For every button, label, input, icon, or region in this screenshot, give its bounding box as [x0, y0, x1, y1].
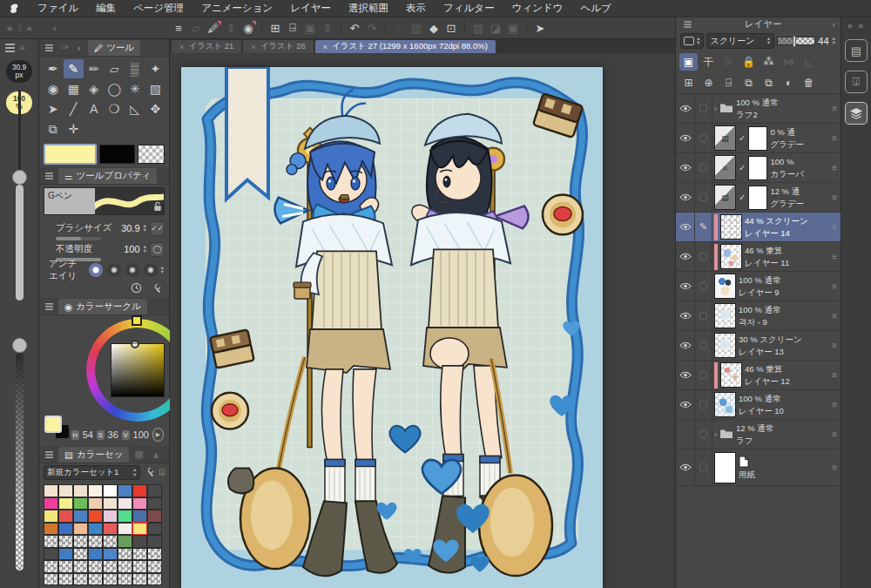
undo-icon[interactable]: ↶ — [346, 20, 363, 37]
brush-size-slider-track[interactable] — [18, 90, 21, 175]
color-swatch[interactable] — [118, 535, 132, 548]
panel-menu-icon[interactable] — [684, 24, 691, 25]
collapse-right-icon[interactable]: « — [858, 21, 865, 30]
color-swatch[interactable] — [58, 535, 73, 548]
main-color-swatch[interactable] — [44, 144, 97, 165]
move-tool[interactable]: ✥ — [145, 99, 166, 118]
eyedropper-tool[interactable]: ⧉ — [43, 119, 64, 139]
layer-mask-icon[interactable]: ◐ — [780, 74, 798, 91]
adjustment-layer-thumbnail[interactable]: ▤ — [714, 125, 736, 151]
draft-layer-icon[interactable]: ⋈ — [780, 53, 798, 71]
panel-menu-icon[interactable] — [45, 454, 53, 456]
lock-layer-icon[interactable]: 🔒 — [739, 53, 758, 71]
redo-icon[interactable]: ↷ — [363, 20, 381, 37]
layer-row-color-balance[interactable]: ≡ ✓ 100 %カラーバ ≡ — [676, 153, 841, 183]
color-swatch[interactable] — [73, 523, 88, 536]
approx-color-tab-icon[interactable]: ▲ — [149, 449, 164, 460]
stepper-icon[interactable]: ▲▼ — [832, 37, 836, 46]
fill-icon[interactable]: ▥ — [408, 20, 425, 37]
save-stepper-icon[interactable]: ⇕ — [319, 20, 336, 37]
open-file-icon[interactable]: ⍈ — [284, 20, 301, 37]
hue-selector[interactable] — [132, 315, 142, 326]
menu-file[interactable]: ファイル — [30, 0, 86, 17]
color-swatch[interactable] — [132, 523, 147, 536]
layer-checkbox[interactable] — [695, 390, 712, 419]
slider-tab-icon[interactable]: ⌗ — [20, 43, 25, 53]
layer-thumbnail[interactable] — [720, 362, 742, 388]
clear-icon[interactable]: ◌ — [390, 20, 408, 37]
transparent-color-swatch[interactable] — [138, 145, 165, 164]
menu-selection[interactable]: 選択範囲 — [341, 0, 396, 17]
main-menu-icon[interactable]: ≡ — [170, 20, 187, 37]
color-swatch[interactable] — [147, 510, 162, 523]
opacity-source-button[interactable]: ◯ — [150, 242, 165, 257]
row-menu-icon[interactable]: ≡ — [832, 311, 839, 321]
layer-opacity-value[interactable]: 44 — [818, 36, 828, 46]
color-swatch[interactable] — [44, 523, 58, 536]
color-swatch[interactable] — [58, 484, 73, 497]
strip-menu-icon[interactable] — [5, 47, 15, 49]
brush-size-value[interactable]: 30.9 — [121, 223, 139, 233]
close-icon[interactable]: × — [323, 43, 327, 51]
color-swatch[interactable] — [103, 497, 118, 510]
layer-checkbox[interactable] — [695, 420, 712, 449]
color-swatch[interactable] — [58, 510, 73, 523]
menu-help[interactable]: ヘルプ — [573, 0, 619, 17]
close-icon[interactable]: × — [179, 43, 184, 51]
color-swatch[interactable] — [58, 573, 73, 586]
color-set-dropdown[interactable]: 新規カラーセット1 ▲▼ — [44, 465, 140, 480]
pen-tool[interactable]: ✒ — [43, 59, 64, 78]
balloon-tool[interactable]: ❍ — [105, 99, 125, 118]
color-swatch[interactable] — [132, 560, 147, 573]
row-menu-icon[interactable]: ≡ — [832, 163, 839, 172]
layer-row-paper[interactable]: 用紙 ≡ — [676, 449, 841, 486]
thumbnail-toggle-icon[interactable]: ▣ — [679, 53, 698, 71]
new-file-icon[interactable]: ⊞ — [267, 20, 284, 37]
selection-tool[interactable]: ◯ — [105, 79, 125, 98]
antialias-none-button[interactable] — [89, 263, 103, 277]
new-raster-layer-icon[interactable]: ⊞ — [679, 74, 698, 91]
merge-down-icon[interactable]: ⧉ — [760, 74, 778, 91]
layer-row-gradient-1[interactable]: ▤ ✓ 0 % 通グラデー ≡ — [676, 124, 841, 153]
layer-thumbnail[interactable] — [720, 244, 742, 269]
visibility-eye-icon[interactable] — [676, 94, 695, 123]
color-swatch[interactable] — [132, 573, 147, 586]
color-swatch[interactable] — [147, 573, 162, 586]
brush-size-slider-knob[interactable] — [12, 170, 27, 185]
color-swatch[interactable] — [73, 535, 88, 548]
layer-checkbox[interactable] — [695, 361, 712, 389]
pencil-tool[interactable]: ✎ — [64, 59, 84, 78]
color-swatch[interactable] — [73, 497, 88, 510]
history-tab-icon[interactable]: ◐ — [74, 43, 85, 53]
reference-layer-icon[interactable]: ◺ — [800, 53, 818, 71]
ruler-icon[interactable]: 干 — [699, 53, 718, 71]
color-swatch[interactable] — [88, 510, 103, 523]
collapse-arrow-icon[interactable]: ‹ — [833, 19, 836, 30]
color-swatch[interactable] — [58, 548, 73, 561]
sv-square[interactable] — [111, 343, 165, 397]
collapse-left-icon[interactable]: « — [7, 23, 12, 33]
subtool-preview[interactable]: Gペン — [44, 187, 165, 215]
canvas-viewport[interactable] — [170, 53, 675, 588]
figure-tool[interactable]: ╱ — [64, 99, 84, 118]
color-swatch[interactable] — [88, 523, 103, 536]
color-swatch[interactable] — [73, 510, 88, 523]
color-swatch[interactable] — [88, 484, 103, 497]
tab-color-set[interactable]: ▤カラーセッ — [58, 447, 129, 463]
visibility-eye-icon[interactable] — [676, 449, 695, 485]
palette-color-button[interactable]: ▲▼ — [680, 33, 704, 49]
menu-view[interactable]: 表示 — [398, 0, 434, 17]
stepper-icon[interactable]: ▲▼ — [143, 245, 147, 254]
layer-checkbox[interactable] — [695, 124, 712, 152]
layer-thumbnail[interactable] — [714, 392, 736, 417]
blend-mode-dropdown[interactable]: スクリーン▲▼ — [706, 33, 774, 49]
reset-icon[interactable] — [131, 282, 142, 295]
opacity-slider-track[interactable] — [16, 353, 24, 571]
liquify-tool[interactable]: ▦ — [64, 79, 84, 98]
layer-thumbnail[interactable] — [714, 333, 736, 358]
transform-icon[interactable]: ⊡ — [442, 20, 460, 37]
menu-page[interactable]: ページ管理 — [125, 0, 192, 17]
clip-studio-icon[interactable]: ◉ — [240, 20, 257, 37]
doc-tab-3-active[interactable]: ×イラスト 27 (1299 x 1600px 72dpi 88.0%) — [315, 40, 496, 53]
layer-row-13[interactable]: 30 % スクリーンレイヤー 13 ≡ — [676, 331, 841, 361]
